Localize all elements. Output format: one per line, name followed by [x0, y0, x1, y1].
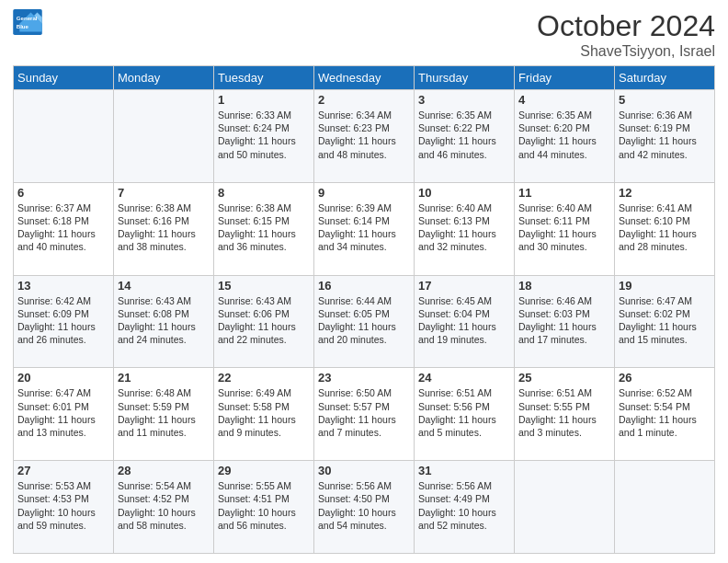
- calendar-cell: 7Sunrise: 6:38 AM Sunset: 6:16 PM Daylig…: [114, 182, 214, 275]
- day-info: Sunrise: 6:38 AM Sunset: 6:15 PM Dayligh…: [218, 201, 310, 254]
- page-header: General Blue October 2024 ShaveTsiyyon, …: [13, 9, 715, 60]
- calendar-cell: 26Sunrise: 6:52 AM Sunset: 5:54 PM Dayli…: [615, 368, 715, 461]
- day-info: Sunrise: 6:51 AM Sunset: 5:55 PM Dayligh…: [518, 386, 610, 439]
- calendar-week-row: 13Sunrise: 6:42 AM Sunset: 6:09 PM Dayli…: [14, 275, 715, 368]
- day-info: Sunrise: 6:35 AM Sunset: 6:22 PM Dayligh…: [418, 109, 510, 161]
- day-info: Sunrise: 6:48 AM Sunset: 5:59 PM Dayligh…: [118, 386, 210, 439]
- calendar-cell: 24Sunrise: 6:51 AM Sunset: 5:56 PM Dayli…: [415, 368, 515, 461]
- day-number: 15: [218, 279, 310, 293]
- day-info: Sunrise: 6:45 AM Sunset: 6:04 PM Dayligh…: [418, 294, 510, 347]
- day-number: 17: [418, 279, 510, 293]
- day-info: Sunrise: 6:37 AM Sunset: 6:18 PM Dayligh…: [17, 201, 109, 254]
- calendar-cell: [515, 461, 615, 554]
- calendar-cell: 16Sunrise: 6:44 AM Sunset: 6:05 PM Dayli…: [314, 275, 415, 368]
- weekday-header-row: SundayMondayTuesdayWednesdayThursdayFrid…: [14, 66, 715, 90]
- day-info: Sunrise: 6:36 AM Sunset: 6:19 PM Dayligh…: [619, 109, 711, 161]
- day-info: Sunrise: 5:53 AM Sunset: 4:53 PM Dayligh…: [17, 479, 109, 532]
- day-number: 26: [619, 371, 711, 385]
- calendar-cell: 3Sunrise: 6:35 AM Sunset: 6:22 PM Daylig…: [415, 90, 515, 183]
- day-number: 1: [218, 93, 310, 107]
- calendar-cell: 30Sunrise: 5:56 AM Sunset: 4:50 PM Dayli…: [314, 461, 415, 554]
- day-number: 25: [518, 371, 610, 385]
- calendar-cell: 25Sunrise: 6:51 AM Sunset: 5:55 PM Dayli…: [515, 368, 615, 461]
- day-info: Sunrise: 6:41 AM Sunset: 6:10 PM Dayligh…: [619, 201, 711, 254]
- day-info: Sunrise: 6:40 AM Sunset: 6:13 PM Dayligh…: [418, 201, 510, 254]
- day-number: 24: [418, 371, 510, 385]
- calendar-cell: 23Sunrise: 6:50 AM Sunset: 5:57 PM Dayli…: [314, 368, 415, 461]
- calendar-table: SundayMondayTuesdayWednesdayThursdayFrid…: [13, 65, 715, 554]
- day-info: Sunrise: 6:42 AM Sunset: 6:09 PM Dayligh…: [17, 294, 109, 347]
- calendar-cell: 10Sunrise: 6:40 AM Sunset: 6:13 PM Dayli…: [415, 182, 515, 275]
- day-number: 27: [17, 464, 109, 477]
- day-info: Sunrise: 6:50 AM Sunset: 5:57 PM Dayligh…: [318, 386, 410, 439]
- day-number: 22: [218, 371, 310, 385]
- day-info: Sunrise: 6:47 AM Sunset: 6:01 PM Dayligh…: [17, 386, 109, 439]
- calendar-cell: 31Sunrise: 5:56 AM Sunset: 4:49 PM Dayli…: [415, 461, 515, 554]
- day-info: Sunrise: 6:47 AM Sunset: 6:02 PM Dayligh…: [619, 294, 711, 347]
- day-info: Sunrise: 6:39 AM Sunset: 6:14 PM Dayligh…: [318, 201, 410, 254]
- day-number: 12: [619, 186, 711, 200]
- day-info: Sunrise: 5:56 AM Sunset: 4:49 PM Dayligh…: [418, 479, 510, 532]
- svg-text:General: General: [17, 15, 38, 21]
- day-info: Sunrise: 6:43 AM Sunset: 6:06 PM Dayligh…: [218, 294, 310, 347]
- calendar-cell: [14, 90, 114, 183]
- day-info: Sunrise: 6:49 AM Sunset: 5:58 PM Dayligh…: [218, 386, 310, 439]
- day-number: 2: [318, 93, 410, 107]
- day-number: 23: [318, 371, 410, 385]
- weekday-header: Friday: [515, 66, 615, 90]
- calendar-cell: 5Sunrise: 6:36 AM Sunset: 6:19 PM Daylig…: [615, 90, 715, 183]
- day-number: 7: [118, 186, 210, 200]
- calendar-cell: 29Sunrise: 5:55 AM Sunset: 4:51 PM Dayli…: [214, 461, 314, 554]
- calendar-cell: [114, 90, 214, 183]
- calendar-week-row: 27Sunrise: 5:53 AM Sunset: 4:53 PM Dayli…: [14, 461, 715, 554]
- calendar-cell: 8Sunrise: 6:38 AM Sunset: 6:15 PM Daylig…: [214, 182, 314, 275]
- calendar-cell: 1Sunrise: 6:33 AM Sunset: 6:24 PM Daylig…: [214, 90, 314, 183]
- day-info: Sunrise: 6:35 AM Sunset: 6:20 PM Dayligh…: [518, 109, 610, 161]
- calendar-cell: 14Sunrise: 6:43 AM Sunset: 6:08 PM Dayli…: [114, 275, 214, 368]
- title-area: October 2024 ShaveTsiyyon, Israel: [537, 9, 715, 60]
- calendar-cell: 11Sunrise: 6:40 AM Sunset: 6:11 PM Dayli…: [515, 182, 615, 275]
- day-number: 10: [418, 186, 510, 200]
- day-number: 6: [17, 186, 109, 200]
- calendar-cell: 12Sunrise: 6:41 AM Sunset: 6:10 PM Dayli…: [615, 182, 715, 275]
- day-number: 16: [318, 279, 410, 293]
- calendar-cell: 17Sunrise: 6:45 AM Sunset: 6:04 PM Dayli…: [415, 275, 515, 368]
- day-number: 5: [619, 93, 711, 107]
- day-info: Sunrise: 6:40 AM Sunset: 6:11 PM Dayligh…: [518, 201, 610, 254]
- day-number: 14: [118, 279, 210, 293]
- calendar-cell: 6Sunrise: 6:37 AM Sunset: 6:18 PM Daylig…: [14, 182, 114, 275]
- weekday-header: Wednesday: [314, 66, 415, 90]
- day-info: Sunrise: 5:56 AM Sunset: 4:50 PM Dayligh…: [318, 479, 410, 532]
- day-info: Sunrise: 6:52 AM Sunset: 5:54 PM Dayligh…: [619, 386, 711, 439]
- day-number: 9: [318, 186, 410, 200]
- day-info: Sunrise: 6:34 AM Sunset: 6:23 PM Dayligh…: [318, 109, 410, 161]
- calendar-cell: 2Sunrise: 6:34 AM Sunset: 6:23 PM Daylig…: [314, 90, 415, 183]
- day-number: 29: [218, 464, 310, 477]
- calendar-cell: 19Sunrise: 6:47 AM Sunset: 6:02 PM Dayli…: [615, 275, 715, 368]
- calendar-cell: 18Sunrise: 6:46 AM Sunset: 6:03 PM Dayli…: [515, 275, 615, 368]
- day-number: 31: [418, 464, 510, 477]
- weekday-header: Saturday: [615, 66, 715, 90]
- month-title: October 2024: [537, 9, 715, 43]
- day-info: Sunrise: 5:54 AM Sunset: 4:52 PM Dayligh…: [118, 479, 210, 532]
- calendar-week-row: 1Sunrise: 6:33 AM Sunset: 6:24 PM Daylig…: [14, 90, 715, 183]
- day-number: 21: [118, 371, 210, 385]
- calendar-cell: 9Sunrise: 6:39 AM Sunset: 6:14 PM Daylig…: [314, 182, 415, 275]
- calendar-week-row: 6Sunrise: 6:37 AM Sunset: 6:18 PM Daylig…: [14, 182, 715, 275]
- day-info: Sunrise: 6:38 AM Sunset: 6:16 PM Dayligh…: [118, 201, 210, 254]
- svg-text:Blue: Blue: [17, 23, 29, 29]
- day-number: 3: [418, 93, 510, 107]
- day-info: Sunrise: 6:44 AM Sunset: 6:05 PM Dayligh…: [318, 294, 410, 347]
- weekday-header: Monday: [114, 66, 214, 90]
- day-number: 4: [518, 93, 610, 107]
- day-number: 13: [17, 279, 109, 293]
- calendar-cell: [615, 461, 715, 554]
- calendar-cell: 21Sunrise: 6:48 AM Sunset: 5:59 PM Dayli…: [114, 368, 214, 461]
- weekday-header: Sunday: [14, 66, 114, 90]
- day-number: 11: [518, 186, 610, 200]
- logo-icon: General Blue: [13, 9, 42, 35]
- day-info: Sunrise: 6:46 AM Sunset: 6:03 PM Dayligh…: [518, 294, 610, 347]
- day-number: 18: [518, 279, 610, 293]
- day-info: Sunrise: 6:33 AM Sunset: 6:24 PM Dayligh…: [218, 109, 310, 161]
- calendar-week-row: 20Sunrise: 6:47 AM Sunset: 6:01 PM Dayli…: [14, 368, 715, 461]
